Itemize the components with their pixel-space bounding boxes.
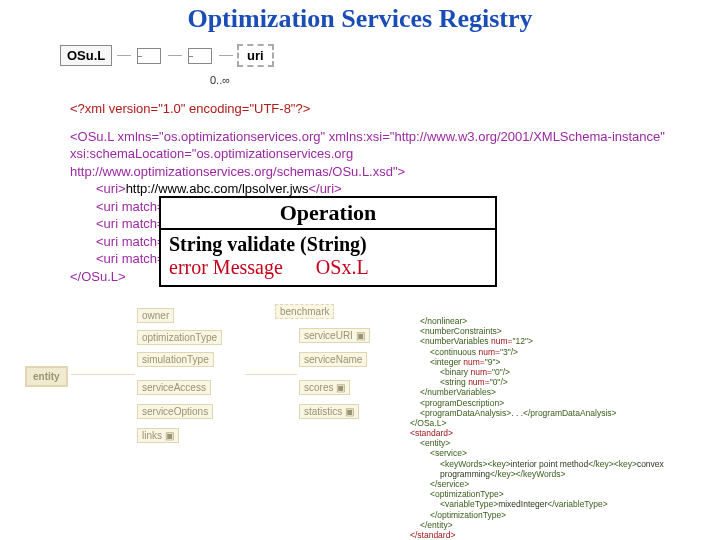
faint-node: optimizationType (137, 330, 222, 345)
faint-root: entity (25, 366, 68, 387)
faint-node: links ▣ (137, 428, 179, 443)
faint-node: serviceURI ▣ (299, 328, 370, 343)
faint-schema-diagram: entity owner optimizationType simulation… (25, 308, 395, 478)
faint-node: statistics ▣ (299, 404, 359, 419)
faint-node: serviceOptions (137, 404, 213, 419)
faint-node: scores ▣ (299, 380, 350, 395)
sequence-icon (137, 48, 161, 64)
faint-node: owner (137, 308, 174, 323)
xml-declaration: <?xml version="1.0" encoding="UTF-8"?> (70, 100, 690, 118)
faint-group-header: benchmark (275, 304, 334, 319)
tiny-xml-snippet: </nonlinear> <numberConstraints> <number… (402, 316, 702, 540)
faint-node: serviceName (299, 352, 367, 367)
cardinality-label: 0..∞ (210, 74, 230, 86)
schema-leaf-node: uri (237, 44, 274, 67)
choice-icon (188, 48, 212, 64)
operation-signature: String validate (String) (169, 233, 487, 256)
schema-root-node: OSu.L (60, 45, 112, 66)
page-title: Optimization Services Registry (0, 0, 720, 34)
operation-param-label: OSx.L (316, 256, 369, 279)
operation-heading: Operation (161, 198, 495, 230)
faint-node: serviceAccess (137, 380, 211, 395)
faint-node: simulationType (137, 352, 214, 367)
operation-box: Operation String validate (String) error… (159, 196, 497, 287)
schema-tree: OSu.L uri (60, 44, 274, 67)
operation-error-label: error Message (169, 256, 283, 278)
